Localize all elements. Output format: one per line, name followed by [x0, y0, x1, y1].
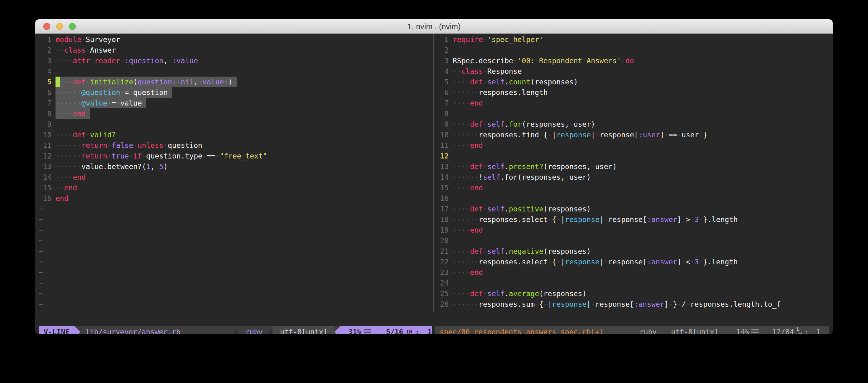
code-text: end [56, 194, 69, 202]
code-line-8[interactable]: 8 [436, 108, 829, 119]
code-line-22[interactable]: 22······responses.select·{·|response|·re… [436, 256, 829, 267]
code-line-21[interactable]: 21····def·self.negative(responses) [436, 246, 829, 256]
code-text: ····def·self.for(responses,·user) [453, 120, 595, 128]
code-line-26[interactable]: 26······responses.sum·{·|response|·respo… [436, 299, 829, 310]
line-number: 9 [39, 119, 52, 130]
empty-buffer-line: ~ [39, 225, 433, 235]
code-line-13[interactable]: 13····def·self.present?(responses,·user) [436, 161, 829, 172]
code-line-20[interactable]: 20 [436, 235, 829, 246]
column-number: 1 [428, 326, 432, 334]
line-number: 13 [39, 161, 52, 172]
line-number: 13 [436, 161, 448, 172]
line-number: 22 [436, 256, 448, 267]
code-line-9[interactable]: 9 [39, 119, 433, 130]
code-line-2[interactable]: 2··class·Answer [39, 45, 433, 56]
line-number: 14 [39, 172, 52, 182]
line-number-icon: LN [796, 327, 802, 334]
line-number: 11 [39, 140, 52, 151]
line-number: 15 [436, 182, 448, 193]
code-line-4[interactable]: 4 [39, 66, 433, 77]
code-text: ····end [453, 226, 483, 234]
code-text: ····def·initialize(question:·nil,·value:… [56, 78, 232, 86]
file-path: lib/surveyor/answer.rb [86, 328, 181, 334]
window-titlebar[interactable]: 1. nvim . (nvim) [35, 19, 833, 34]
line-number: 1 [39, 34, 52, 45]
terminal-window: 1. nvim . (nvim) 1module·Surveyor2··clas… [35, 19, 833, 334]
code-line-8[interactable]: 8····end [39, 108, 433, 119]
line-number: 4 [39, 66, 52, 77]
code-line-9[interactable]: 9····def·self.for(responses,·user) [436, 119, 829, 130]
code-text: ····attr_reader·:question,·:value [56, 57, 198, 65]
code-text: ····end [453, 99, 483, 107]
scroll-percent: 14% [736, 328, 749, 334]
code-line-23[interactable]: 23····end [436, 267, 829, 278]
code-line-1[interactable]: 1module·Surveyor [39, 34, 433, 45]
scroll-percent: 31% [348, 326, 361, 334]
code-text: ····def·self.negative(responses) [453, 247, 591, 255]
code-line-5[interactable]: 5····def·self.count(responses) [436, 77, 829, 87]
code-line-1[interactable]: 1require·'spec_helper' [436, 34, 829, 45]
code-line-16[interactable]: 16 [436, 193, 829, 204]
window-title: 1. nvim . (nvim) [35, 19, 833, 34]
code-line-15[interactable]: 15····end [436, 182, 829, 193]
code-line-6[interactable]: 6······responses.length [436, 87, 829, 98]
line-number: 7 [39, 98, 52, 108]
code-line-3[interactable]: 3RSpec.describe·'00:·Respondent·Answers'… [436, 56, 829, 66]
line-number: 26 [436, 299, 448, 310]
code-line-18[interactable]: 18······responses.select·{·|response|·re… [436, 214, 829, 225]
code-line-19[interactable]: 19····end [436, 225, 829, 235]
colon-separator: : [415, 326, 420, 334]
line-number: 20 [436, 235, 448, 246]
code-line-2[interactable]: 2 [436, 45, 829, 56]
line-number: 25 [436, 288, 448, 299]
code-line-14[interactable]: 14····end [39, 172, 433, 182]
code-line-3[interactable]: 3····attr_reader·:question,·:value [39, 56, 433, 66]
line-number: 9 [436, 119, 448, 130]
empty-buffer-line: ~ [39, 267, 433, 278]
code-line-7[interactable]: 7····end [436, 98, 829, 108]
line-number: 12 [39, 151, 52, 161]
column-number: 1 [816, 328, 820, 334]
code-line-12[interactable]: 12······return·true·if·question.type·==·… [39, 151, 433, 161]
statusline-right: spec/00_respondents_answers_spec.rb[+] r… [435, 326, 829, 334]
left-editor-pane[interactable]: 1module·Surveyor2··class·Answer3····attr… [39, 34, 433, 310]
code-line-6[interactable]: 6······@question·=·question [39, 87, 433, 98]
code-line-11[interactable]: 11····end [436, 140, 829, 151]
code-text: ······responses.find·{·|response|·respon… [453, 131, 707, 139]
line-number: 5 [39, 77, 52, 87]
code-line-10[interactable]: 10····def·valid? [39, 130, 433, 140]
code-text: ······@question·=·question [56, 89, 168, 97]
code-text: ····end [453, 184, 483, 192]
code-line-12[interactable]: 12 [436, 151, 829, 161]
line-number: 3 [436, 56, 448, 66]
window-split-separator[interactable] [433, 34, 434, 312]
code-text: ······return·true·if·question.type·==·"f… [56, 152, 267, 160]
code-line-25[interactable]: 25····def·self.average(responses) [436, 288, 829, 299]
right-editor-pane[interactable]: 1require·'spec_helper'23RSpec.describe·'… [436, 34, 829, 310]
code-line-7[interactable]: 7······@value·=·value [39, 98, 433, 108]
line-number-icon: LN [406, 327, 412, 334]
empty-buffer-line: ~ [39, 246, 433, 256]
mode-indicator: V-LINE [39, 326, 74, 334]
line-number: 24 [436, 278, 448, 288]
code-text: ······@value·=·value [56, 99, 142, 107]
filetype-label: ruby [245, 328, 262, 334]
code-line-14[interactable]: 14······!self.for(responses,·user) [436, 172, 829, 182]
line-number: 10 [436, 130, 448, 140]
powerline-chevron-icon [234, 329, 239, 334]
line-number: 18 [436, 214, 448, 225]
code-line-17[interactable]: 17····def·self.positive(responses) [436, 204, 829, 214]
code-line-15[interactable]: 15··end [39, 182, 433, 193]
code-line-11[interactable]: 11······return·false·unless·question [39, 140, 433, 151]
code-line-16[interactable]: 16end [39, 193, 433, 204]
code-text: ····def·self.present?(responses,·user) [453, 163, 617, 171]
code-line-5[interactable]: 5····def·initialize(question:·nil,·value… [39, 77, 433, 87]
code-line-10[interactable]: 10······responses.find·{·|response|·resp… [436, 130, 829, 140]
empty-buffer-line: ~ [39, 204, 433, 214]
line-number: 6 [39, 87, 52, 98]
code-line-13[interactable]: 13······value.between?(1,·5) [39, 161, 433, 172]
code-text: ······responses.select·{·|response|·resp… [453, 215, 738, 223]
empty-buffer-line: ~ [39, 256, 433, 267]
code-line-24[interactable]: 24 [436, 278, 829, 288]
code-line-4[interactable]: 4··class·Response [436, 66, 829, 77]
